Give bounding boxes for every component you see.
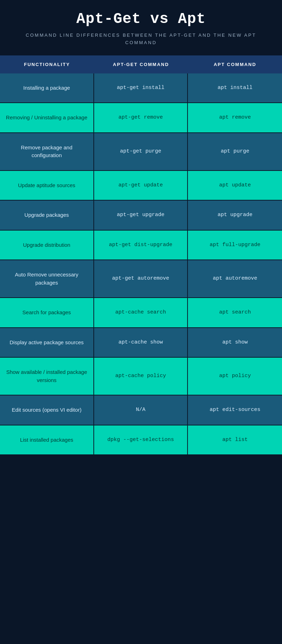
table-row: List installed packages dpkg --get-selec… (0, 425, 282, 455)
page-header: Apt-Get vs Apt COMMAND LINE DIFFERENCES … (0, 0, 282, 55)
cell-aptget-command: apt-get autoremove (94, 260, 188, 297)
cell-aptget-command: apt-cache search (94, 298, 188, 327)
cell-functionality: Installing a package (0, 73, 94, 103)
comparison-table: FUNCTIONALITY APT-GET COMMAND APT COMMAN… (0, 55, 282, 455)
table-row: Remove package and configuration apt-get… (0, 133, 282, 171)
cell-apt-command: apt update (188, 171, 282, 200)
cell-apt-command: apt show (188, 328, 282, 357)
header-aptget: APT-GET COMMAND (94, 55, 188, 73)
table-row: Search for packages apt-cache search apt… (0, 298, 282, 328)
cell-aptget-command: apt-get update (94, 171, 188, 200)
cell-apt-command: apt list (188, 425, 282, 455)
table-row: Removing / Uninstalling a package apt-ge… (0, 103, 282, 133)
cell-functionality: Update aptitude sources (0, 171, 94, 200)
cell-apt-command: apt search (188, 298, 282, 327)
table-headers: FUNCTIONALITY APT-GET COMMAND APT COMMAN… (0, 55, 282, 73)
table-row: Display active package sources apt-cache… (0, 328, 282, 358)
cell-apt-command: apt install (188, 73, 282, 103)
table-row: Auto Remove unnecessary packages apt-get… (0, 260, 282, 298)
cell-functionality: Edit sources (opens VI editor) (0, 395, 94, 425)
cell-functionality: Show available / installed package versi… (0, 358, 94, 395)
cell-aptget-command: apt-get upgrade (94, 201, 188, 230)
page-subtitle: COMMAND LINE DIFFERENCES BETWEEN THE APT… (14, 32, 268, 47)
cell-aptget-command: apt-get dist-upgrade (94, 231, 188, 260)
cell-functionality: Removing / Uninstalling a package (0, 103, 94, 132)
cell-apt-command: apt full-upgrade (188, 231, 282, 260)
table-row: Upgrade distribution apt-get dist-upgrad… (0, 231, 282, 261)
cell-aptget-command: apt-get install (94, 73, 188, 103)
header-functionality: FUNCTIONALITY (0, 55, 94, 73)
table-row: Upgrade packages apt-get upgrade apt upg… (0, 201, 282, 231)
cell-functionality: Upgrade distribution (0, 231, 94, 260)
table-row: Installing a package apt-get install apt… (0, 73, 282, 103)
table-row: Update aptitude sources apt-get update a… (0, 171, 282, 201)
cell-functionality: List installed packages (0, 425, 94, 455)
cell-functionality: Remove package and configuration (0, 133, 94, 170)
cell-apt-command: apt upgrade (188, 201, 282, 230)
cell-aptget-command: apt-cache show (94, 328, 188, 357)
cell-apt-command: apt policy (188, 358, 282, 395)
cell-apt-command: apt remove (188, 103, 282, 132)
cell-apt-command: apt edit-sources (188, 395, 282, 425)
cell-functionality: Auto Remove unnecessary packages (0, 260, 94, 297)
cell-aptget-command: apt-get purge (94, 133, 188, 170)
cell-aptget-command: N/A (94, 395, 188, 425)
cell-functionality: Upgrade packages (0, 201, 94, 230)
cell-aptget-command: dpkg --get-selections (94, 425, 188, 455)
table-row: Edit sources (opens VI editor) N/A apt e… (0, 395, 282, 425)
header-apt: APT COMMAND (188, 55, 282, 73)
cell-functionality: Search for packages (0, 298, 94, 327)
cell-apt-command: apt autoremove (188, 260, 282, 297)
cell-apt-command: apt purge (188, 133, 282, 170)
cell-aptget-command: apt-cache policy (94, 358, 188, 395)
cell-functionality: Display active package sources (0, 328, 94, 357)
page-title: Apt-Get vs Apt (14, 11, 268, 28)
cell-aptget-command: apt-get remove (94, 103, 188, 132)
table-row: Show available / installed package versi… (0, 358, 282, 395)
table-body: Installing a package apt-get install apt… (0, 73, 282, 455)
